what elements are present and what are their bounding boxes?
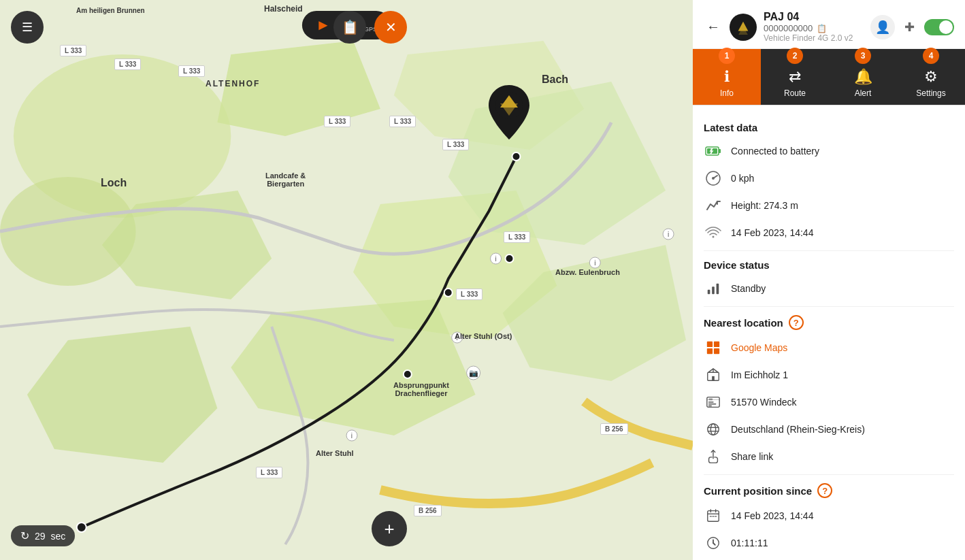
country-text: Deutschland (Rhein-Sieg-Kreis)	[731, 424, 865, 435]
tab-info-label: Info	[720, 88, 734, 98]
timestamp-row: 14 Feb 2023, 14:44	[704, 223, 954, 242]
current-pos-help-icon[interactable]: ?	[817, 483, 832, 498]
svg-point-14	[506, 254, 514, 263]
device-id: 0000000000	[764, 23, 813, 33]
svg-point-60	[708, 424, 719, 435]
panel-header: ← PAJ 04 0000000000 📋 Vehicle Finder 4G …	[693, 0, 965, 49]
svg-rect-44	[712, 286, 715, 294]
current-pos-date: 14 Feb 2023, 14:44	[731, 510, 813, 521]
tab-route-label: Route	[784, 88, 806, 98]
tab-route[interactable]: 2 ⇄ Route	[761, 49, 829, 105]
share-link-text: Share link	[731, 451, 773, 462]
status-row: Standby	[704, 279, 954, 298]
zoom-in-button[interactable]: +	[372, 511, 407, 546]
height-icon	[704, 196, 723, 215]
svg-text:i: i	[351, 432, 353, 440]
share-row: Share link	[704, 447, 954, 466]
map-pin-icon	[704, 338, 723, 357]
address-line2-row: 51570 Windeck	[704, 393, 954, 412]
battery-icon	[704, 142, 723, 161]
address-line1: Im Eichholz 1	[731, 369, 788, 380]
tab-alert-number: 3	[855, 48, 871, 64]
speed-row: 0 kph	[704, 169, 954, 188]
svg-rect-48	[707, 348, 713, 354]
signal-icon	[704, 223, 723, 242]
svg-text:i: i	[495, 255, 496, 263]
tab-alert-icon: 🔔	[854, 68, 872, 86]
svg-text:i: i	[457, 334, 458, 342]
svg-point-61	[710, 424, 715, 435]
svg-text:i: i	[594, 259, 595, 267]
add-device-button[interactable]: ✚	[902, 17, 917, 37]
svg-text:📷: 📷	[469, 368, 478, 378]
svg-text:i: i	[668, 231, 669, 238]
calendar-icon	[704, 506, 723, 525]
svg-point-12	[404, 370, 412, 378]
help-icon[interactable]: ?	[789, 315, 804, 330]
share-icon	[704, 447, 723, 466]
height-text: Height: 274.3 m	[731, 200, 798, 211]
country-row: Deutschland (Rhein-Sieg-Kreis)	[704, 420, 954, 439]
clipboard-button[interactable]: 📋	[333, 11, 366, 44]
address-line2: 51570 Windeck	[731, 397, 797, 408]
status-text: Standby	[731, 283, 766, 294]
tab-alert[interactable]: 3 🔔 Alert	[829, 49, 897, 105]
timer-unit: sec	[51, 531, 66, 542]
toggle-knob	[939, 20, 953, 34]
device-toggle[interactable]	[924, 19, 954, 35]
map-action-buttons: 📋 ✕	[333, 11, 407, 44]
paj-arrow-icon: ►	[316, 16, 331, 34]
copy-icon[interactable]: 📋	[817, 24, 827, 33]
svg-line-74	[713, 543, 715, 545]
svg-rect-53	[712, 376, 715, 380]
device-icon	[730, 14, 757, 41]
back-button[interactable]: ←	[704, 16, 723, 37]
tab-alert-label: Alert	[855, 88, 872, 98]
map-container[interactable]: i i i i i 📷 Halscheid Am heiligen Brunne…	[0, 0, 693, 560]
timer-display: ↻ 29 sec	[11, 525, 75, 546]
tab-settings-number: 4	[923, 48, 939, 64]
tab-info[interactable]: 1 ℹ Info	[693, 49, 761, 105]
close-button[interactable]: ✕	[374, 11, 407, 44]
current-position-title: Current position since	[704, 485, 812, 497]
speed-icon	[704, 169, 723, 188]
svg-point-15	[512, 152, 521, 161]
globe-icon	[704, 420, 723, 439]
svg-rect-47	[714, 342, 719, 347]
google-maps-link[interactable]: Google Maps	[731, 342, 787, 353]
tab-settings[interactable]: 4 ⚙ Settings	[897, 49, 965, 105]
svg-rect-56	[709, 399, 713, 401]
current-position-header: Current position since ?	[704, 483, 954, 498]
battery-text: Connected to battery	[731, 146, 819, 157]
device-model: Vehicle Finder 4G 2.0 v2	[764, 33, 864, 43]
latest-data-title: Latest data	[704, 122, 954, 133]
divider-2	[704, 306, 954, 307]
tab-route-number: 2	[787, 48, 803, 64]
svg-point-39	[712, 177, 715, 180]
map-top-controls: ☰	[11, 11, 44, 44]
battery-row: Connected to battery	[704, 142, 954, 161]
clock-icon	[704, 533, 723, 553]
svg-rect-45	[717, 284, 719, 295]
svg-rect-49	[714, 348, 719, 354]
height-row: Height: 274.3 m	[704, 196, 954, 215]
profile-button[interactable]: 👤	[870, 15, 895, 39]
device-info: PAJ 04 0000000000 📋 Vehicle Finder 4G 2.…	[764, 11, 864, 43]
address-line1-row: Im Eichholz 1	[704, 365, 954, 384]
device-status-title: Device status	[704, 259, 954, 271]
tab-info-icon: ℹ	[724, 68, 730, 86]
current-pos-duration: 01:11:11	[731, 538, 768, 548]
tab-route-icon: ⇄	[789, 68, 801, 86]
speed-text: 0 kph	[731, 173, 754, 184]
right-panel: ← PAJ 04 0000000000 📋 Vehicle Finder 4G …	[693, 0, 965, 560]
divider-1	[704, 250, 954, 251]
google-maps-row: Google Maps	[704, 338, 954, 357]
nearest-location-title: Nearest location	[704, 317, 783, 329]
svg-point-42	[713, 236, 715, 238]
hamburger-button[interactable]: ☰	[11, 11, 44, 44]
panel-content: Latest data Connected to battery	[693, 105, 965, 560]
timestamp-text: 14 Feb 2023, 14:44	[731, 227, 813, 238]
svg-rect-43	[708, 290, 710, 294]
refresh-icon: ↻	[20, 529, 29, 542]
timer-value: 29	[35, 531, 46, 542]
